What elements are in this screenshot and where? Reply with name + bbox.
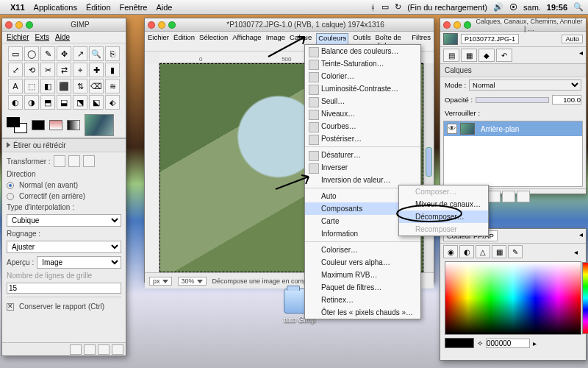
picker-menu-icon[interactable]: ◂ (568, 245, 583, 258)
tool-button-9[interactable]: ✂ (40, 63, 55, 77)
hex-input[interactable] (486, 339, 530, 348)
tool-button-17[interactable]: ⬛ (57, 79, 71, 93)
menu-item-retinex[interactable]: Retinex… (305, 294, 420, 306)
select-preview[interactable]: Image (37, 256, 121, 269)
zoom-selector[interactable]: 30% (178, 277, 207, 286)
tool-button-5[interactable]: 🔍 (89, 46, 104, 61)
zoom-button[interactable] (464, 21, 471, 29)
checkbox-keep-ratio[interactable] (7, 303, 14, 311)
menu-item-luminositcontraste[interactable]: Luminosité-Contraste… (305, 82, 420, 95)
tool-button-24[interactable]: ⬓ (57, 95, 71, 110)
close-button[interactable] (148, 21, 155, 29)
tool-button-25[interactable]: ⬔ (73, 95, 87, 110)
visibility-icon[interactable]: 👁 (447, 124, 457, 134)
input-gridlines[interactable] (7, 283, 121, 294)
minimize-button[interactable] (15, 21, 23, 29)
transform-selection-button[interactable] (68, 155, 80, 167)
picker-cmyk-icon[interactable]: ◐ (459, 245, 474, 258)
image-menu-affichage[interactable]: Affichage (232, 33, 261, 49)
pattern-indicator[interactable] (49, 120, 62, 130)
tool-button-7[interactable]: ⤢ (8, 63, 23, 77)
menu-item-balancedescouleurs[interactable]: Balance des couleurs… (305, 45, 420, 57)
tool-button-3[interactable]: ✥ (57, 46, 71, 61)
sync-icon[interactable]: ↻ (395, 2, 401, 12)
tool-button-11[interactable]: ⌖ (73, 63, 87, 77)
tool-button-20[interactable]: ≋ (105, 79, 120, 93)
toolbox-menu-file[interactable]: Eichier (7, 33, 29, 41)
tool-button-21[interactable]: ◐ (8, 95, 23, 110)
menu-item-niveaux[interactable]: Niveaux… (305, 107, 420, 120)
menu-item-teintesaturation[interactable]: Teinte-Saturation… (305, 57, 420, 70)
toolbox-titlebar[interactable]: GIMP (2, 18, 126, 32)
save-options-button[interactable] (70, 344, 82, 355)
volume-icon[interactable]: 🔊 (493, 2, 503, 12)
minimize-button[interactable] (453, 21, 461, 29)
tool-button-19[interactable]: ⌫ (89, 79, 104, 93)
layers-titlebar[interactable]: Calques, Canaux, Chemins, Annuler | … (440, 18, 586, 32)
tool-button-12[interactable]: ✚ (89, 63, 104, 77)
menu-applications[interactable]: Applications (34, 3, 77, 12)
tool-button-15[interactable]: ⬚ (24, 79, 39, 93)
picker-gimp-icon[interactable]: ◉ (443, 245, 458, 258)
menu-item-colorier[interactable]: Colorier… (305, 70, 420, 82)
tool-button-1[interactable]: ◯ (24, 46, 39, 61)
restore-options-button[interactable] (84, 344, 96, 355)
current-color-swatch[interactable] (445, 338, 474, 348)
anchor-layer-button[interactable] (502, 191, 515, 202)
transform-path-button[interactable] (83, 155, 95, 167)
doc-name[interactable]: P1030772.JPG-1 (461, 34, 519, 44)
tab-paths-icon[interactable]: ◆ (478, 49, 495, 62)
tool-button-2[interactable]: ✎ (40, 46, 55, 61)
delete-layer-button[interactable] (517, 191, 530, 202)
close-button[interactable] (443, 21, 451, 29)
unit-selector[interactable]: px (149, 277, 172, 286)
menu-item-paquetdefiltres[interactable]: Paquet de filtres… (305, 281, 420, 294)
layer-item[interactable]: 👁 Arrière-plan (444, 121, 582, 136)
doc-thumb[interactable] (443, 33, 458, 45)
scrollbar-vertical[interactable] (423, 63, 434, 272)
delete-options-button[interactable] (98, 344, 110, 355)
tool-button-10[interactable]: ⇄ (57, 63, 71, 77)
tool-button-22[interactable]: ◑ (24, 95, 39, 110)
tool-button-4[interactable]: ↗ (73, 46, 87, 61)
tool-button-0[interactable]: ▭ (8, 46, 23, 61)
tool-button-27[interactable]: ⬖ (105, 95, 120, 110)
radio-direction-normal[interactable] (7, 182, 14, 189)
transform-layer-button[interactable] (54, 155, 65, 167)
menu-item-dsaturer[interactable]: Désaturer… (305, 149, 420, 161)
menu-item-seuil[interactable]: Seuil… (305, 95, 420, 107)
picker-watercolor-icon[interactable]: ▦ (492, 245, 506, 258)
bluetooth-icon[interactable]: ᚼ (370, 3, 376, 12)
tool-button-6[interactable]: ⎘ (105, 46, 120, 61)
menu-item-couleurversalpha[interactable]: Couleur vers alpha… (305, 256, 420, 269)
tool-button-16[interactable]: ◧ (40, 79, 55, 93)
menu-item-coloriser[interactable]: Coloriser… (305, 244, 420, 256)
image-menu-sélection[interactable]: Sélection (199, 33, 228, 49)
menu-item-inverser[interactable]: Inverser (305, 161, 420, 174)
minimize-button[interactable] (158, 21, 165, 29)
image-menu-eichier[interactable]: Eichier (148, 33, 169, 49)
active-image-thumb[interactable] (85, 114, 114, 136)
zoom-button[interactable] (26, 21, 33, 29)
menu-fenetre[interactable]: Fenêtre (120, 3, 148, 12)
tool-button-14[interactable]: A (8, 79, 23, 93)
brush-indicator[interactable] (32, 120, 45, 130)
fg-bg-swatch[interactable] (7, 117, 27, 133)
radio-direction-corrective[interactable] (7, 193, 14, 200)
toolbox-menu-exts[interactable]: Exts (35, 33, 49, 41)
spotlight-icon[interactable]: 🔍 (573, 2, 584, 12)
wifi-icon[interactable]: ⦿ (509, 3, 517, 12)
close-button[interactable] (5, 21, 12, 29)
menu-item-courbes[interactable]: Courbes… (305, 120, 420, 132)
select-interpolation[interactable]: Cubique (7, 214, 121, 227)
tool-button-26[interactable]: ⬕ (89, 95, 104, 110)
gradient-indicator[interactable] (67, 120, 80, 130)
tab-menu-icon[interactable]: ◂ (579, 230, 583, 241)
menu-item-terlespixelschauds[interactable]: Ôter les « pixels chauds »… (305, 306, 420, 319)
eyedropper-icon[interactable]: ✧ (477, 339, 483, 347)
reset-options-button[interactable] (112, 344, 123, 355)
tab-layers-icon[interactable]: ▤ (443, 49, 459, 62)
menu-item-postriser[interactable]: Postériser… (305, 132, 420, 145)
menu-item-maximumrvb[interactable]: Maximum RVB… (305, 269, 420, 281)
display-icon[interactable]: ▭ (381, 2, 389, 12)
